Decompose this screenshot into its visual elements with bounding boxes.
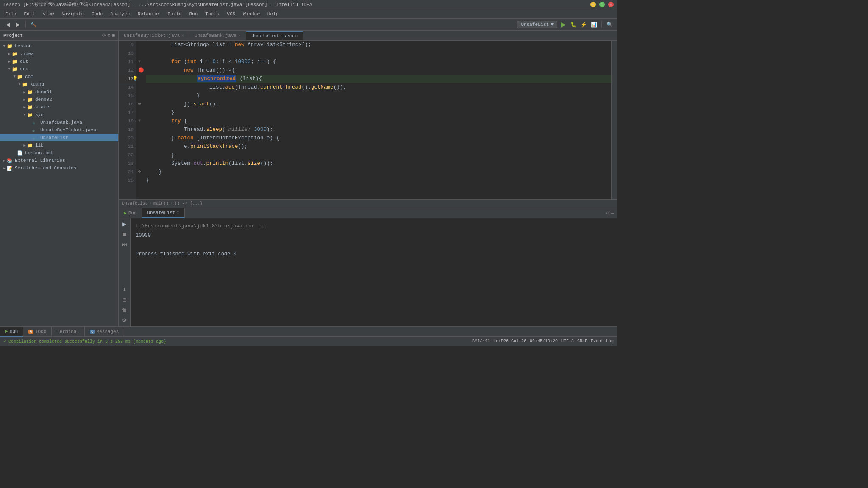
tab-unsafebank[interactable]: UnsafeBank.java ✕ [189, 31, 246, 40]
menu-build[interactable]: Build [164, 11, 185, 17]
search-everywhere-button[interactable]: 🔍 [605, 20, 614, 29]
right-gutter [611, 41, 617, 199]
code-line-20: } catch (InterruptedException e) { [146, 134, 611, 142]
sidebar-out-label: out [20, 59, 28, 64]
tab-unsafebuyticket-close[interactable]: ✕ [181, 33, 184, 38]
code-line-16: ⊙ }).start(); [146, 100, 611, 108]
menu-refactor[interactable]: Refactor [134, 11, 164, 17]
sidebar-item-unsafebuyticket[interactable]: ▶ ☕ UnsafeBuyTicket.java [0, 126, 118, 134]
run-tab-close[interactable]: ✕ [177, 210, 179, 215]
run-settings-button[interactable]: ⚙ [120, 316, 129, 324]
tab-unsafelist[interactable]: UnsafeList.java ✕ [246, 31, 303, 40]
bottom-todo-label: TODO [35, 329, 46, 334]
sidebar-item-syn[interactable]: ▼ 📁 syn [0, 111, 118, 119]
gear-icon[interactable]: ⚙ [108, 33, 111, 38]
run-tab-unsafelist[interactable]: UnsafeList ✕ [142, 208, 184, 218]
sidebar-item-src[interactable]: ▼ 📁 src [0, 65, 118, 73]
sidebar-unsafebuyticket-label: UnsafeBuyTicket.java [40, 128, 96, 133]
sidebar-item-extlibs[interactable]: ▶ 📚 External Libraries [0, 157, 118, 164]
fold-14 [136, 83, 142, 92]
run-tab-run[interactable]: ▶ Run [119, 208, 142, 218]
bottom-tab-messages[interactable]: 0 Messages [85, 327, 124, 337]
menu-tools[interactable]: Tools [202, 11, 223, 17]
sidebar-item-scratches[interactable]: ▶ 📝 Scratches and Consoles [0, 164, 118, 172]
code-content[interactable]: List<String> list = new ArrayList<String… [142, 41, 611, 199]
run-button[interactable]: ▶ [559, 20, 568, 29]
sidebar-item-com[interactable]: ▼ 📁 com [0, 73, 118, 80]
sidebar-item-demo02[interactable]: ▶ 📁 demo02 [0, 96, 118, 103]
maximize-button[interactable]: □ [599, 2, 605, 7]
minimize-button[interactable]: ─ [590, 2, 596, 7]
bottom-tab-todo[interactable]: 6 TODO [23, 327, 52, 337]
bottom-todo-number: 6 [28, 330, 33, 334]
sidebar-kuang-label: kuang [30, 82, 44, 87]
sidebar-item-lib[interactable]: ▶ 📁 lib [0, 141, 118, 149]
expand-icon[interactable]: ⊞ [112, 33, 115, 38]
coverage-button[interactable]: ⚡ [579, 20, 588, 29]
run-resume-button[interactable]: ⏭ [120, 240, 129, 249]
tab-unsafebank-close[interactable]: ✕ [238, 33, 241, 38]
breadcrumb-sep-1: › [149, 201, 152, 206]
bottom-tab-terminal[interactable]: Terminal [52, 327, 85, 337]
fold-11: ▼ [136, 58, 142, 66]
run-panel-minimize[interactable]: — [611, 211, 614, 216]
fold-15 [136, 92, 142, 100]
run-icon: ▶ [124, 210, 127, 216]
toolbar-separator-2 [601, 21, 602, 28]
run-panel: ▶ Run UnsafeList ✕ ⚙ — ▶ ⏹ ⏭ [119, 208, 617, 326]
menu-analyze[interactable]: Analyze [107, 11, 133, 17]
code-line-24: ⊙ } [146, 168, 611, 176]
run-config-selector[interactable]: UnsafeList ▼ [517, 21, 557, 28]
code-line-21: e.printStackTrace(); [146, 142, 611, 151]
profile-button[interactable]: 📊 [590, 20, 598, 29]
debug-button[interactable]: 🐛 [569, 20, 578, 29]
status-linesep[interactable]: CRLF [577, 339, 587, 344]
line-num-9: 9 [119, 41, 136, 49]
sidebar-item-demo01[interactable]: ▶ 📁 demo01 [0, 88, 118, 96]
run-side-toolbar: ▶ ⏹ ⏭ ⬇ ⊟ 🗑 ⚙ [119, 218, 131, 326]
sidebar-item-idea[interactable]: ▶ 📁 .idea [0, 50, 118, 58]
breadcrumb-lambda: () -> {...} [175, 201, 203, 206]
sidebar-item-unsafebank[interactable]: ▶ ☕ UnsafeBank.java [0, 119, 118, 126]
menu-navigate[interactable]: Navigate [58, 11, 87, 17]
run-clear-button[interactable]: 🗑 [120, 306, 129, 314]
run-restart-button[interactable]: ▶ [120, 220, 129, 228]
line-num-18: 18 [119, 117, 136, 125]
line-num-22: 22 [119, 151, 136, 159]
code-editor[interactable]: 9 10 11 12 13 14 15 16 17 18 19 20 21 22… [119, 41, 617, 199]
line-num-21: 21 [119, 142, 136, 151]
run-scroll-button[interactable]: ⬇ [120, 286, 129, 294]
run-filter-button[interactable]: ⊟ [120, 296, 129, 304]
back-button[interactable]: ◀ [3, 20, 12, 29]
menu-view[interactable]: View [39, 11, 57, 17]
breadcrumb-unsafelist: UnsafeList [122, 201, 147, 206]
sidebar-tree: ▼ 📁 Lesson ▶ 📁 .idea ▶ 📁 out ▼ [0, 41, 118, 326]
sidebar-item-kuang[interactable]: ▼ 📁 kuang [0, 80, 118, 88]
menu-window[interactable]: Window [239, 11, 263, 17]
bottom-tab-run[interactable]: ▶ Run [0, 327, 23, 337]
run-stop-button[interactable]: ⏹ [120, 230, 129, 238]
sidebar-item-out[interactable]: ▶ 📁 out [0, 58, 118, 65]
menu-help[interactable]: Help [264, 11, 282, 17]
menu-file[interactable]: File [2, 11, 19, 17]
run-panel-settings[interactable]: ⚙ [606, 210, 609, 216]
status-encoding[interactable]: UTF-8 [561, 339, 574, 344]
menu-edit[interactable]: Edit [20, 11, 38, 17]
close-button[interactable]: ✕ [608, 2, 614, 7]
sync-icon[interactable]: ⟳ [102, 33, 106, 38]
sidebar-item-unsafelist[interactable]: ▶ ☕ UnsafeList [0, 134, 118, 141]
menu-vcs[interactable]: VCS [223, 11, 239, 17]
build-button[interactable]: 🔨 [29, 20, 38, 29]
tab-unsafebuyticket[interactable]: UnsafeBuyTicket.java ✕ [119, 31, 189, 40]
tab-unsafelist-close[interactable]: ✕ [295, 33, 298, 39]
event-log-label[interactable]: Event Log [591, 339, 614, 344]
menu-code[interactable]: Code [88, 11, 106, 17]
run-config-dropdown-icon: ▼ [551, 22, 554, 27]
sidebar-demo01-label: demo01 [35, 89, 52, 94]
forward-button[interactable]: ▶ [14, 20, 22, 29]
sidebar-item-root[interactable]: ▼ 📁 Lesson [0, 42, 118, 50]
sidebar-src-label: src [20, 67, 28, 72]
menu-run[interactable]: Run [186, 11, 201, 17]
sidebar-item-state[interactable]: ▶ 📁 state [0, 103, 118, 111]
sidebar-item-lessoniml[interactable]: ▶ 📄 Lesson.iml [0, 149, 118, 157]
